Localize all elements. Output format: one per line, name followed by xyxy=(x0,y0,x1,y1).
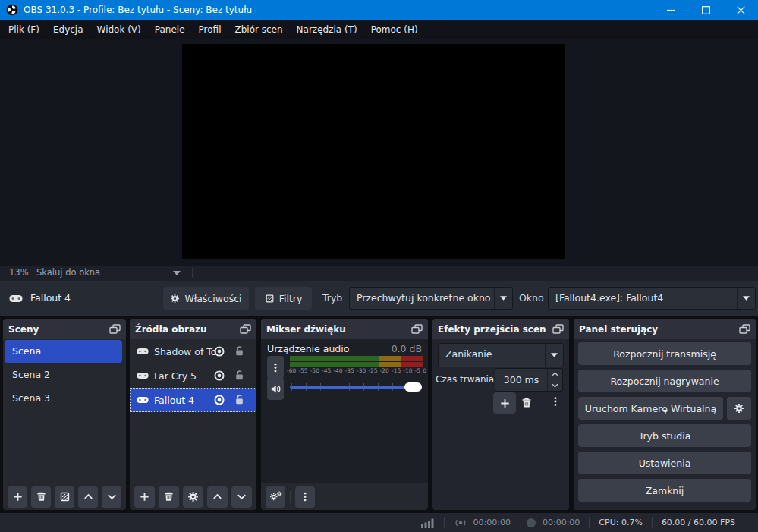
spin-down-button[interactable] xyxy=(548,380,562,392)
transitions-panel: Efekty przejścia scen Zanikanie Czas trw… xyxy=(432,319,569,510)
obs-logo-icon xyxy=(6,4,18,16)
virtual-camera-button[interactable]: Uruchom Kamerę Wirtualną xyxy=(578,397,723,420)
transition-menu-button[interactable] xyxy=(548,395,563,408)
preview-scale-bar: 13% Skaluj do okna xyxy=(0,266,758,281)
lock-icon[interactable] xyxy=(234,394,245,405)
scene-item[interactable]: Scena 3 xyxy=(5,387,122,410)
add-scene-button[interactable] xyxy=(8,486,27,508)
gamepad-icon xyxy=(9,294,23,303)
start-recording-button[interactable]: Rozpocznij nagrywanie xyxy=(578,370,751,392)
mixer-body: Urządzenie audio 0.0 dB -60-55-50-45-40-… xyxy=(261,339,428,483)
audio-device-label: Urządzenie audio xyxy=(267,343,349,354)
video-canvas[interactable] xyxy=(182,44,565,259)
popout-icon[interactable] xyxy=(739,324,750,334)
lock-icon[interactable] xyxy=(234,345,245,357)
record-status-icon xyxy=(526,518,536,528)
menu-edycja[interactable]: Edycja xyxy=(46,20,90,39)
maximize-button[interactable] xyxy=(688,0,723,20)
source-up-button[interactable] xyxy=(207,486,228,508)
capture-mode-select[interactable]: Przechwytuj konkretne okno xyxy=(349,287,513,310)
remove-transition-button[interactable] xyxy=(521,397,533,409)
scale-dropdown-arrow-icon[interactable] xyxy=(173,271,181,275)
virtual-camera-config-button[interactable] xyxy=(727,397,751,420)
menu-plik[interactable]: Plik (F) xyxy=(2,20,46,39)
scale-mode-label[interactable]: Skaluj do okna xyxy=(36,267,100,278)
add-source-button[interactable] xyxy=(134,486,155,508)
active-source-name: Fallout 4 xyxy=(30,292,71,304)
capture-window-select[interactable]: [Fallout4.exe]: Fallout4 xyxy=(548,287,756,310)
duration-label: Czas trwania xyxy=(436,374,494,385)
scenes-list: Scena Scena 2 Scena 3 xyxy=(3,339,126,483)
minimize-button[interactable] xyxy=(653,0,688,20)
properties-button[interactable]: Właściwości xyxy=(163,287,249,310)
studio-mode-button[interactable]: Tryb studia xyxy=(578,424,751,447)
mute-button[interactable] xyxy=(267,377,284,400)
add-transition-button[interactable] xyxy=(493,392,516,414)
preview-area xyxy=(0,39,758,266)
source-row[interactable]: Shadow of To xyxy=(130,339,256,364)
popout-icon[interactable] xyxy=(109,324,121,334)
popout-icon[interactable] xyxy=(240,324,251,334)
lock-icon[interactable] xyxy=(234,370,245,381)
scene-item[interactable]: Scena xyxy=(5,340,122,363)
duration-spinbox[interactable]: 300 ms xyxy=(495,368,563,392)
volume-slider[interactable] xyxy=(290,379,422,395)
close-button[interactable] xyxy=(723,0,758,20)
volume-slider-handle[interactable] xyxy=(404,382,422,392)
visibility-icon[interactable] xyxy=(213,394,225,406)
scene-filters-button[interactable] xyxy=(55,486,74,508)
record-time: 00:00:00 xyxy=(543,518,580,527)
cpu-usage: CPU: 0.7% xyxy=(599,518,643,527)
settings-button[interactable]: Ustawienia xyxy=(578,452,751,474)
advanced-audio-button[interactable] xyxy=(266,486,285,508)
popout-icon[interactable] xyxy=(552,324,564,334)
exit-button[interactable]: Zamknij xyxy=(578,479,751,502)
menu-panele[interactable]: Panele xyxy=(148,20,192,39)
source-row[interactable]: Fallout 4 xyxy=(130,388,256,412)
audio-level-db: 0.0 dB xyxy=(392,343,422,354)
audio-mixer-panel: Mikser dźwięku Urządzenie audio 0.0 dB -… xyxy=(261,319,428,510)
visibility-icon[interactable] xyxy=(213,345,225,357)
sources-list: Shadow of To Far Cry 5 Fallout 4 xyxy=(130,339,256,483)
sources-panel-header: Źródła obrazu xyxy=(130,319,256,339)
transitions-panel-header: Efekty przejścia scen xyxy=(432,319,569,339)
title-bar: OBS 31.0.3 - Profile: Bez tytułu - Sceny… xyxy=(0,0,758,20)
visibility-icon[interactable] xyxy=(213,370,225,382)
transition-select[interactable]: Zanikanie xyxy=(438,343,564,367)
remove-source-button[interactable] xyxy=(159,486,179,508)
menu-widok[interactable]: Widok (V) xyxy=(90,20,148,39)
source-down-button[interactable] xyxy=(231,486,252,508)
status-bar: 00:00:00 00:00:00 CPU: 0.7% 60.00 / 60.0… xyxy=(0,513,758,532)
scene-item[interactable]: Scena 2 xyxy=(5,364,122,386)
menu-zbior-scen[interactable]: Zbiór scen xyxy=(228,20,289,39)
mixer-menu-button[interactable] xyxy=(295,486,315,508)
gamepad-icon xyxy=(137,396,149,404)
menu-bar: Plik (F) Edycja Widok (V) Panele Profil … xyxy=(0,20,758,39)
menu-pomoc[interactable]: Pomoc (H) xyxy=(364,20,425,39)
mixer-options-button[interactable] xyxy=(267,356,284,379)
start-streaming-button[interactable]: Rozpocznij transmisję xyxy=(578,342,751,365)
popout-icon[interactable] xyxy=(411,324,423,334)
scene-down-button[interactable] xyxy=(102,486,121,508)
gamepad-icon xyxy=(137,348,149,355)
mixer-panel-header: Mikser dźwięku xyxy=(261,319,428,339)
spin-up-button[interactable] xyxy=(548,369,562,380)
controls-panel: Panel sterujący Rozpocznij transmisję Ro… xyxy=(574,319,756,510)
sources-panel: Źródła obrazu Shadow of To Far Cry 5 Fal… xyxy=(130,319,256,510)
filters-button[interactable]: Filtry xyxy=(255,287,312,310)
remove-scene-button[interactable] xyxy=(31,486,51,508)
chevron-down-icon xyxy=(500,296,507,301)
gamepad-icon xyxy=(137,372,149,379)
source-properties-button[interactable] xyxy=(183,486,203,508)
docks-area: Sceny Scena Scena 2 Scena 3 Źródła obraz… xyxy=(0,316,758,513)
transitions-body: Zanikanie Czas trwania 300 ms xyxy=(432,339,569,510)
window-title: OBS 31.0.3 - Profile: Bez tytułu - Sceny… xyxy=(24,5,252,15)
scene-up-button[interactable] xyxy=(78,486,98,508)
scenes-toolbar xyxy=(3,483,126,510)
menu-narzedzia[interactable]: Narzędzia (T) xyxy=(290,20,364,39)
mixer-toolbar xyxy=(261,483,428,510)
chevron-down-icon xyxy=(743,296,750,301)
menu-profil[interactable]: Profil xyxy=(192,20,228,39)
controls-body: Rozpocznij transmisję Rozpocznij nagrywa… xyxy=(574,339,756,510)
source-row[interactable]: Far Cry 5 xyxy=(130,364,256,388)
